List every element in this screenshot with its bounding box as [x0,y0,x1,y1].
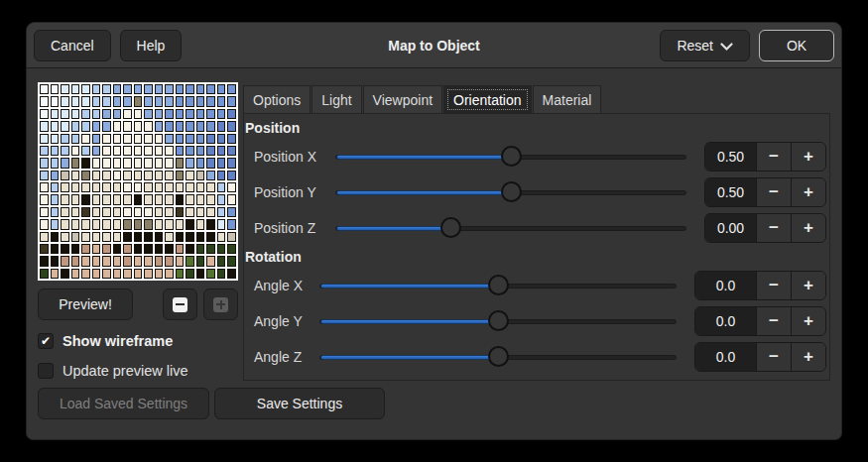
preview-grid-cell [51,244,60,254]
preview-grid-cell [51,109,60,119]
preview-grid-cell [206,171,215,180]
preview-grid-cell [227,84,236,94]
tab-viewpoint[interactable]: Viewpoint [363,85,442,113]
position-z-value[interactable]: 0.00 [705,214,756,242]
tab-light[interactable]: Light [311,85,361,113]
preview-grid-cell [206,244,215,254]
decrement-button[interactable]: − [756,143,791,171]
preview-grid-cell [81,121,90,131]
preview-grid-cell [196,171,205,180]
show-wireframe-checkbox[interactable]: ✔ Show wireframe [38,333,238,349]
load-saved-settings-button[interactable]: Load Saved Settings [38,388,209,419]
preview-grid-cell [165,269,174,279]
angle-y-slider[interactable] [319,310,677,332]
slider-fill [336,190,511,195]
decrement-button[interactable]: − [756,178,791,206]
preview-grid-cell [123,96,132,106]
tab-label: Options [253,92,301,108]
preview-grid-cell [176,171,185,180]
position-y-slider[interactable] [335,181,686,203]
preview-grid-cell [123,146,132,156]
preview-grid-cell [102,232,111,242]
tab-options[interactable]: Options [243,85,310,113]
preview-grid-cell [102,158,111,168]
preview-grid-cell [81,171,90,180]
preview-grid-cell [81,207,90,217]
increment-button[interactable]: + [791,143,825,171]
preview-grid-cell [61,84,69,94]
preview-grid-cell [227,182,236,192]
position-x-slider[interactable] [335,146,686,168]
angle-z-slider[interactable] [319,346,677,368]
preview-grid-cell [206,232,215,242]
decrement-button[interactable]: − [756,272,791,299]
settings-notebook: Options Light Viewpoint Orientation Mate… [243,85,830,381]
position-x-value[interactable]: 0.50 [705,143,756,171]
tab-label: Light [321,92,351,108]
preview-grid-cell [81,194,90,204]
preview-grid-cell [206,269,215,279]
decrement-button[interactable]: − [756,343,791,371]
zoom-in-button[interactable] [203,289,238,320]
preview-grid-cell [134,232,143,242]
slider-handle[interactable] [501,146,522,167]
preview-grid-cell [71,256,80,266]
preview-grid-cell [92,96,101,106]
preview-grid-cell [227,219,236,229]
preview-grid-cell [176,194,185,204]
increment-button[interactable]: + [791,343,825,371]
preview-grid-cell [71,158,80,168]
ok-button[interactable]: OK [759,30,834,61]
slider-handle[interactable] [488,275,509,295]
slider-handle[interactable] [501,181,522,202]
slider-handle[interactable] [440,217,461,238]
preview-grid-cell [227,158,236,168]
preview-grid-cell [227,134,236,144]
preview-grid-cell [186,146,194,156]
preview-grid-cell [134,219,143,229]
preview-grid-cell [155,84,164,94]
angle-y-row: Angle Y 0.0 − + [244,303,829,339]
preview-grid-cell [186,244,194,254]
update-preview-live-checkbox[interactable]: ✔ Update preview live [38,363,238,379]
preview-button[interactable]: Preview! [38,289,133,320]
preview-grid-cell [196,134,205,144]
increment-button[interactable]: + [791,272,825,299]
angle-x-slider[interactable] [319,275,677,296]
preview-grid-cell [123,219,132,229]
position-z-slider[interactable] [335,217,686,239]
plus-icon: + [804,311,813,331]
decrement-button[interactable]: − [756,307,791,335]
preview-grid-cell [92,256,101,266]
angle-x-value[interactable]: 0.0 [695,272,756,299]
cancel-button[interactable]: Cancel [34,30,111,61]
increment-button[interactable]: + [791,178,825,206]
preview-grid-cell [81,256,90,266]
decrement-button[interactable]: − [756,214,791,242]
save-settings-button[interactable]: Save Settings [214,388,385,419]
preview-grid-cell [71,146,80,156]
minus-icon: − [769,276,779,295]
increment-button[interactable]: + [791,214,825,242]
preview-grid-cell [81,232,90,242]
tab-orientation[interactable]: Orientation [443,85,531,113]
preview-grid-cell [123,194,132,204]
preview-grid-cell [102,146,111,156]
help-button[interactable]: Help [120,30,183,61]
preview-grid-cell [155,134,164,144]
position-y-value[interactable]: 0.50 [705,178,756,206]
increment-button[interactable]: + [791,307,825,335]
slider-handle[interactable] [488,310,509,331]
position-z-label: Position Z [254,220,325,236]
slider-handle[interactable] [488,346,509,367]
preview-grid-cell [206,219,215,229]
tab-material[interactable]: Material [533,85,602,113]
angle-z-value[interactable]: 0.0 [695,343,756,371]
angle-y-value[interactable]: 0.0 [695,307,756,335]
reset-button[interactable]: Reset [660,30,750,61]
preview-grid-cell [165,232,174,242]
preview-grid-cell [61,232,69,242]
preview-grid-cell [217,121,226,131]
zoom-out-button[interactable] [163,289,197,320]
preview-grid-cell [92,171,101,180]
